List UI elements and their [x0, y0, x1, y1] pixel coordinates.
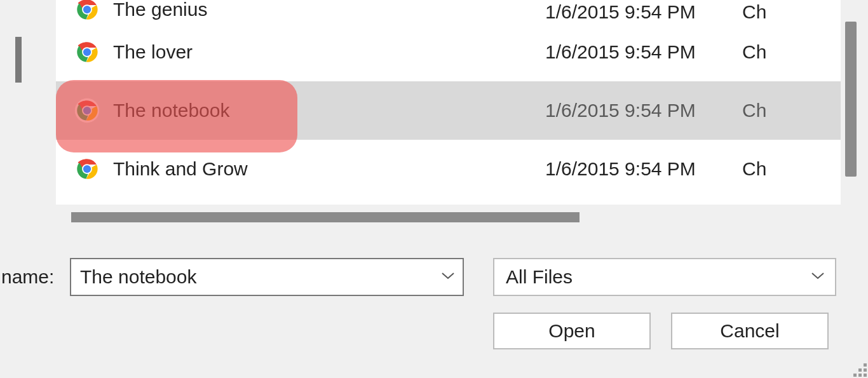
file-date: 1/6/2015 9:54 PM	[545, 41, 742, 63]
svg-point-5	[83, 48, 91, 56]
file-type: Ch	[742, 41, 766, 63]
file-list: The genius 1/6/2015 9:54 PM Ch The lover…	[56, 0, 859, 205]
file-name-cell: The notebook	[56, 97, 545, 124]
vertical-scrollbar-track[interactable]	[841, 0, 859, 205]
chrome-icon	[74, 156, 100, 182]
filename-label: name:	[0, 266, 70, 288]
svg-point-8	[83, 107, 91, 114]
file-date: 1/6/2015 9:54 PM	[545, 1, 742, 23]
filename-row: name: All Files	[0, 258, 868, 296]
vertical-scrollbar-thumb[interactable]	[845, 22, 857, 177]
file-type: Ch	[742, 100, 766, 121]
filetype-selected-label: All Files	[506, 266, 573, 288]
open-button[interactable]: Open	[493, 313, 651, 349]
chrome-icon	[74, 0, 100, 23]
filename-input[interactable]	[70, 258, 464, 296]
file-name-cell: The genius	[56, 0, 545, 23]
filetype-select[interactable]: All Files	[493, 258, 836, 296]
filetype-selected[interactable]: All Files	[493, 258, 836, 296]
file-name-cell: Think and Grow	[56, 156, 545, 182]
svg-point-2	[83, 6, 91, 13]
file-date: 1/6/2015 9:54 PM	[545, 100, 742, 121]
file-name: Think and Grow	[113, 158, 248, 180]
open-button-label: Open	[548, 320, 595, 342]
file-type: Ch	[742, 158, 766, 180]
dialog-buttons: Open Cancel	[493, 313, 829, 349]
file-row[interactable]: Think and Grow 1/6/2015 9:54 PM Ch	[56, 140, 859, 198]
cancel-button-label: Cancel	[720, 320, 779, 342]
file-row[interactable]: The genius 1/6/2015 9:54 PM Ch	[56, 0, 859, 23]
left-indicator-bar	[15, 37, 22, 83]
resize-grip-icon[interactable]	[850, 360, 867, 377]
horizontal-scrollbar-thumb[interactable]	[71, 212, 580, 222]
file-name: The notebook	[113, 100, 229, 121]
svg-point-11	[83, 165, 91, 173]
dialog-footer: name: All Files Open Cancel	[0, 224, 868, 378]
file-name: The genius	[113, 0, 207, 20]
filename-combobox[interactable]	[70, 258, 464, 296]
file-type: Ch	[742, 1, 766, 23]
file-name: The lover	[113, 41, 193, 63]
chrome-icon	[74, 97, 100, 124]
chrome-icon	[74, 39, 100, 65]
cancel-button[interactable]: Cancel	[671, 313, 829, 349]
file-date: 1/6/2015 9:54 PM	[545, 158, 742, 180]
file-name-cell: The lover	[56, 39, 545, 65]
file-row[interactable]: The notebook 1/6/2015 9:54 PM Ch	[56, 81, 859, 140]
file-row[interactable]: The lover 1/6/2015 9:54 PM Ch	[56, 23, 859, 81]
